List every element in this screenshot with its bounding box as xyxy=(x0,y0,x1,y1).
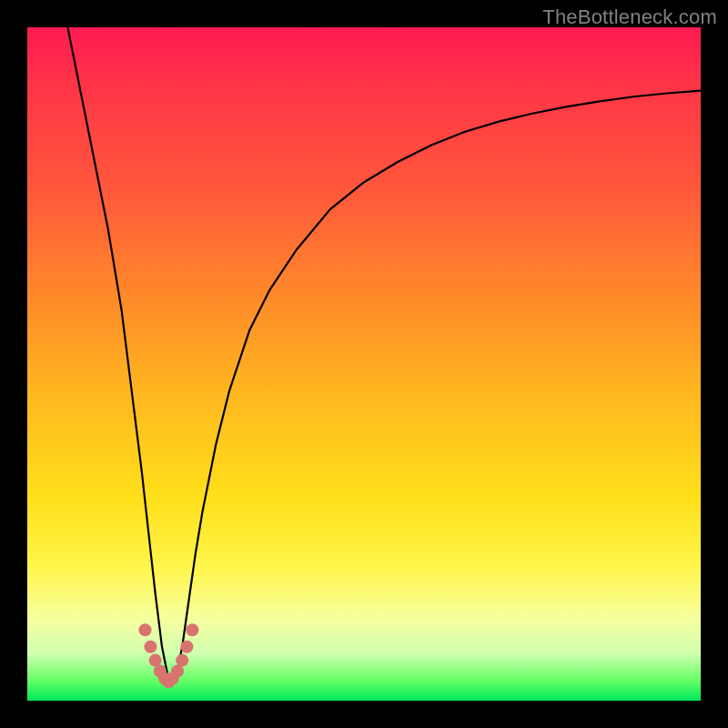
optimal-marker-dot xyxy=(139,623,152,636)
optimal-marker-dot xyxy=(144,641,157,653)
chart-frame: TheBottleneck.com xyxy=(0,0,728,728)
optimal-marker-dot xyxy=(176,654,188,667)
plot-area xyxy=(27,27,701,701)
attribution-text: TheBottleneck.com xyxy=(542,5,717,29)
bottleneck-curve-svg xyxy=(27,27,701,701)
optimal-marker-dot xyxy=(186,623,198,636)
bottleneck-curve-line xyxy=(67,27,701,681)
near-optimal-marker-group xyxy=(139,623,199,688)
optimal-marker-dot xyxy=(180,641,193,653)
curve-group xyxy=(67,27,701,681)
